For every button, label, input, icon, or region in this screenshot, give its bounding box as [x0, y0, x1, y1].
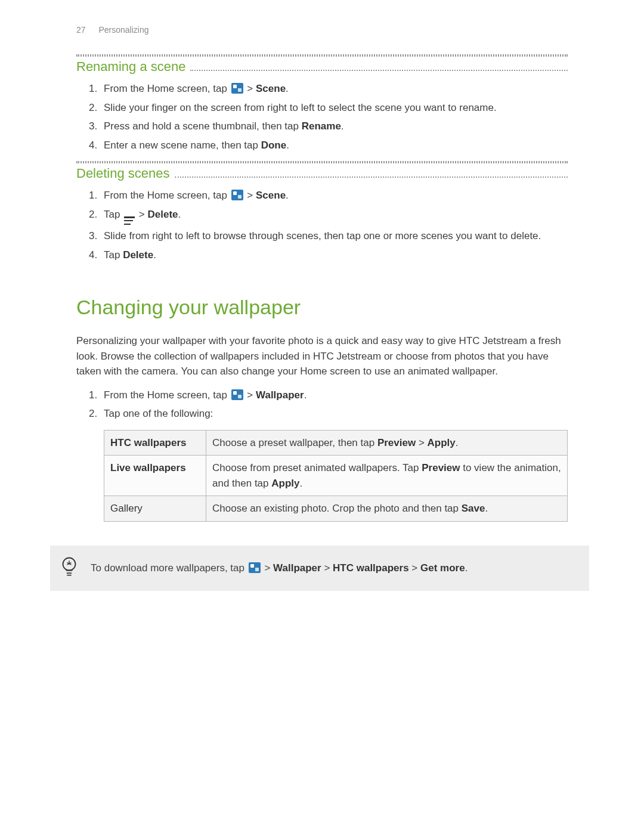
list-item: Slide your finger on the screen from rig… [100, 100, 568, 116]
steps-renaming: From the Home screen, tap > Scene. Slide… [76, 81, 568, 153]
cell-text: Choose from preset animated wallpapers. … [212, 462, 422, 473]
steps-wallpaper: From the Home screen, tap > Wallpaper. T… [76, 388, 568, 422]
cell-end: . [456, 437, 459, 448]
step-end: . [286, 190, 289, 201]
subheading-row: Renaming a scene [76, 57, 568, 76]
table-cell-label: Gallery [104, 496, 206, 522]
section-name: Personalizing [98, 25, 148, 35]
intro-paragraph: Personalizing your wallpaper with your f… [76, 333, 568, 379]
list-item: Enter a new scene name, then tap Done. [100, 138, 568, 153]
list-item: Press and hold a scene thumbnail, then t… [100, 119, 568, 134]
table-row: HTC wallpapers Choose a preset wallpaper… [104, 430, 568, 456]
step-end: . [178, 209, 181, 220]
table-row: Live wallpapers Choose from preset anima… [104, 456, 568, 496]
list-item: Tap Delete. [100, 247, 568, 263]
cell-bold: Preview [377, 437, 416, 448]
subheading-deleting: Deleting scenes [76, 163, 175, 183]
step-bold: Scene [256, 190, 286, 201]
cell-bold: Preview [422, 462, 460, 473]
document-page: 27 Personalizing Renaming a scene From t… [0, 0, 644, 833]
step-text: From the Home screen, tap [104, 83, 230, 94]
heading-wallpaper: Changing your wallpaper [76, 292, 568, 323]
step-end: . [341, 120, 344, 132]
list-item: Tap > Delete. [100, 207, 568, 225]
step-text: Slide your finger on the screen from rig… [104, 102, 497, 113]
steps-deleting: From the Home screen, tap > Scene. Tap >… [76, 188, 568, 262]
step-text: Enter a new scene name, then tap [104, 140, 261, 151]
tip-pre: To download more wallpapers, tap [91, 562, 247, 574]
step-text: Slide from right to left to browse throu… [104, 230, 541, 241]
step-bold: Scene [256, 83, 286, 94]
step-sep: > [244, 83, 256, 94]
cell-bold: Save [462, 503, 485, 514]
table-row: Gallery Choose an existing photo. Crop t… [104, 496, 568, 522]
step-end: . [286, 83, 289, 94]
apps-icon [249, 562, 261, 573]
table-cell-label: Live wallpapers [104, 456, 206, 496]
table-cell-desc: Choose an existing photo. Crop the photo… [206, 496, 568, 522]
step-text: Tap [104, 249, 123, 261]
step-end: . [304, 389, 307, 401]
apps-icon [231, 190, 243, 200]
tip-sep: > [409, 562, 420, 574]
step-bold: Rename [302, 120, 341, 132]
cell-bold: Apply [271, 478, 299, 489]
tip-bold: Wallpaper [273, 562, 321, 574]
table-cell-desc: Choose a preset wallpaper, then tap Prev… [206, 430, 568, 456]
lightbulb-icon [61, 556, 78, 580]
step-bold: Delete [123, 249, 153, 261]
step-bold: Wallpaper [256, 389, 304, 401]
tip-end: . [465, 562, 468, 574]
cell-text: Choose an existing photo. Crop the photo… [212, 503, 462, 514]
apps-icon [231, 83, 243, 94]
page-number: 27 [76, 24, 86, 36]
table-cell-desc: Choose from preset animated wallpapers. … [206, 456, 568, 496]
step-text: From the Home screen, tap [104, 389, 230, 401]
list-item: From the Home screen, tap > Scene. [100, 188, 568, 203]
step-end: . [153, 249, 156, 261]
list-item: From the Home screen, tap > Scene. [100, 81, 568, 97]
step-bold: Done [261, 140, 287, 151]
step-text: Tap one of the following: [104, 408, 213, 419]
step-sep: > [244, 389, 256, 401]
step-text: Tap [104, 209, 123, 220]
tip-bold: Get more [420, 562, 465, 574]
dotted-rule [190, 70, 568, 71]
tip-bold: HTC wallpapers [333, 562, 409, 574]
cell-end: . [300, 478, 303, 489]
tip-box: To download more wallpapers, tap > Wallp… [50, 546, 589, 591]
table-cell-label: HTC wallpapers [104, 430, 206, 456]
subheading-renaming: Renaming a scene [76, 57, 190, 76]
tip-text: To download more wallpapers, tap > Wallp… [91, 561, 578, 576]
step-text: Press and hold a scene thumbnail, then t… [104, 120, 302, 132]
subheading-row: Deleting scenes [76, 163, 568, 183]
dotted-rule [175, 176, 568, 178]
list-item: From the Home screen, tap > Wallpaper. [100, 388, 568, 403]
page-header: 27 Personalizing [76, 24, 568, 36]
step-sep: > [136, 209, 147, 220]
step-end: . [286, 140, 289, 151]
cell-sep: > [416, 437, 427, 448]
menu-icon [124, 216, 135, 225]
list-item: Slide from right to left to browse throu… [100, 228, 568, 244]
wallpaper-options-table: HTC wallpapers Choose a preset wallpaper… [104, 430, 568, 522]
cell-end: . [485, 503, 488, 514]
cell-text: Choose a preset wallpaper, then tap [212, 437, 377, 448]
tip-sep: > [321, 562, 333, 574]
tip-sep: > [262, 562, 273, 574]
step-text: From the Home screen, tap [104, 190, 230, 201]
step-sep: > [244, 190, 256, 201]
step-bold: Delete [148, 209, 178, 220]
cell-bold: Apply [428, 437, 456, 448]
apps-icon [231, 389, 243, 400]
wallpaper-table-wrap: HTC wallpapers Choose a preset wallpaper… [76, 430, 568, 522]
list-item: Tap one of the following: [100, 406, 568, 422]
